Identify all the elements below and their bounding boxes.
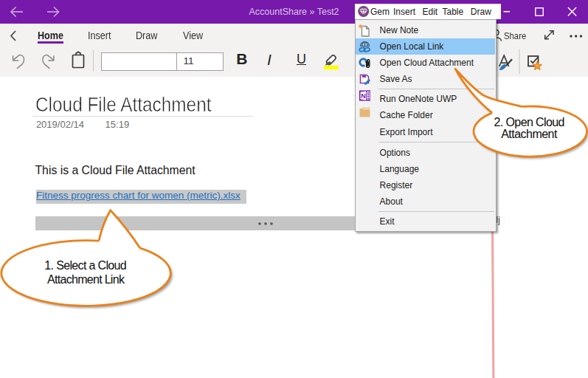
svg-text:Attachment: Attachment	[501, 128, 558, 140]
svg-text:1. Select a Cloud: 1. Select a Cloud	[44, 259, 126, 272]
svg-text:Attachment Link: Attachment Link	[47, 273, 125, 286]
svg-text:2. Open Cloud: 2. Open Cloud	[494, 116, 565, 128]
svg-text:N: N	[361, 92, 366, 100]
